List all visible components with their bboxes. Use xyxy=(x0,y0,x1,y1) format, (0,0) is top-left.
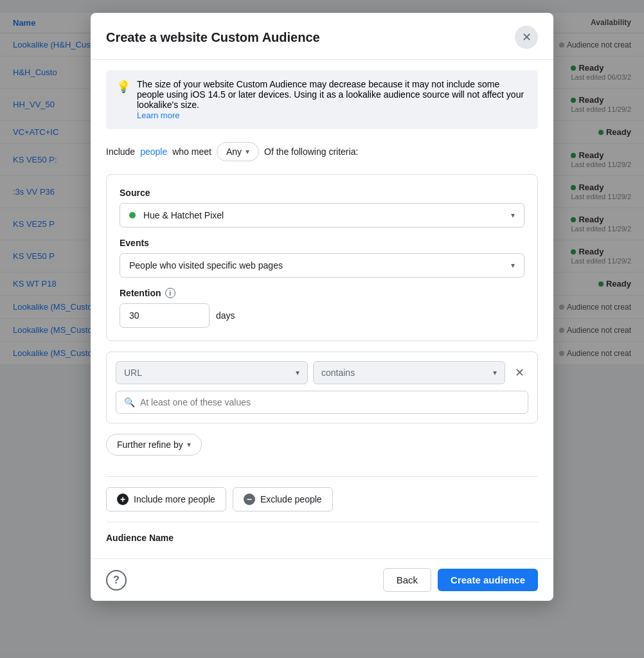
modal-title: Create a website Custom Audience xyxy=(106,30,320,45)
include-text: Include xyxy=(106,147,135,157)
modal-overlay: Create a website Custom Audience ✕ 💡 The… xyxy=(0,0,644,658)
audience-name-label: Audience Name xyxy=(106,533,538,543)
source-label: Source xyxy=(120,188,524,198)
info-banner-content: The size of your website Custom Audience… xyxy=(137,79,528,120)
divider xyxy=(106,476,538,477)
criteria-row: Include people who meet Any ▾ Of the fol… xyxy=(106,142,538,161)
close-button[interactable]: ✕ xyxy=(515,26,538,49)
retention-label: Retention i xyxy=(120,288,524,298)
people-link[interactable]: people xyxy=(140,147,167,157)
modal-header: Create a website Custom Audience ✕ xyxy=(91,13,553,60)
contains-chevron-down-icon: ▾ xyxy=(493,368,497,377)
url-chevron-down-icon: ▾ xyxy=(296,368,300,377)
who-meet-text: who meet xyxy=(172,147,211,157)
help-button[interactable]: ? xyxy=(106,570,127,591)
chevron-down-icon: ▾ xyxy=(246,147,249,156)
modal-footer: ? Back Create audience xyxy=(91,558,553,601)
filter-remove-button[interactable]: ✕ xyxy=(510,364,528,382)
footer-actions: Back Create audience xyxy=(383,568,538,592)
days-label: days xyxy=(216,310,235,321)
further-refine-chevron-down-icon: ▾ xyxy=(187,440,191,449)
retention-input[interactable] xyxy=(120,303,210,328)
include-more-button[interactable]: + Include more people xyxy=(106,487,226,511)
events-label: Events xyxy=(120,238,524,248)
info-banner: 💡 The size of your website Custom Audien… xyxy=(106,70,538,129)
create-audience-modal: Create a website Custom Audience ✕ 💡 The… xyxy=(91,13,553,601)
retention-row: days xyxy=(120,303,524,328)
source-status-dot xyxy=(129,212,136,218)
back-button[interactable]: Back xyxy=(383,568,431,592)
question-mark-icon: ? xyxy=(113,574,120,586)
exclude-people-label: Exclude people xyxy=(260,494,322,504)
contains-dropdown[interactable]: contains ▾ xyxy=(313,361,505,384)
events-chevron-down-icon: ▾ xyxy=(511,261,515,270)
modal-body: 💡 The size of your website Custom Audien… xyxy=(91,60,553,558)
include-plus-icon: + xyxy=(117,494,129,505)
further-refine-button[interactable]: Further refine by ▾ xyxy=(106,434,202,456)
any-dropdown[interactable]: Any ▾ xyxy=(217,142,259,161)
include-more-label: Include more people xyxy=(134,494,215,504)
filter-top-row: URL ▾ contains ▾ ✕ xyxy=(116,361,528,384)
action-row: + Include more people − Exclude people xyxy=(106,487,538,511)
events-value: People who visited specific web pages xyxy=(129,260,283,271)
retention-info-icon[interactable]: i xyxy=(165,288,175,298)
source-value: Hue & Hatchet Pixel xyxy=(143,210,224,220)
of-following-text: Of the following criteria: xyxy=(264,147,358,157)
any-dropdown-label: Any xyxy=(226,147,242,157)
learn-more-link[interactable]: Learn more xyxy=(137,111,179,120)
url-dropdown[interactable]: URL ▾ xyxy=(116,361,308,384)
url-label: URL xyxy=(124,368,142,378)
further-refine-label: Further refine by xyxy=(117,440,183,450)
events-dropdown[interactable]: People who visited specific web pages ▾ xyxy=(120,253,524,278)
source-chevron-down-icon: ▾ xyxy=(511,211,515,220)
exclude-people-button[interactable]: − Exclude people xyxy=(233,487,333,511)
filter-close-icon: ✕ xyxy=(515,366,524,380)
filter-value-input[interactable] xyxy=(140,397,520,407)
close-icon: ✕ xyxy=(522,30,532,44)
exclude-minus-icon: − xyxy=(244,494,255,505)
filter-value-input-row: 🔍 xyxy=(116,391,528,414)
lightbulb-icon: 💡 xyxy=(116,80,130,94)
filter-box: URL ▾ contains ▾ ✕ 🔍 xyxy=(106,351,538,423)
source-dropdown[interactable]: Hue & Hatchet Pixel ▾ xyxy=(120,203,524,227)
audience-section-box: Source Hue & Hatchet Pixel ▾ Events Peop… xyxy=(106,174,538,341)
source-value-row: Hue & Hatchet Pixel xyxy=(129,210,224,220)
audience-name-divider xyxy=(106,522,538,522)
create-audience-button[interactable]: Create audience xyxy=(438,569,538,591)
contains-label: contains xyxy=(321,368,355,378)
search-icon: 🔍 xyxy=(124,397,135,407)
info-banner-text: The size of your website Custom Audience… xyxy=(137,79,524,110)
